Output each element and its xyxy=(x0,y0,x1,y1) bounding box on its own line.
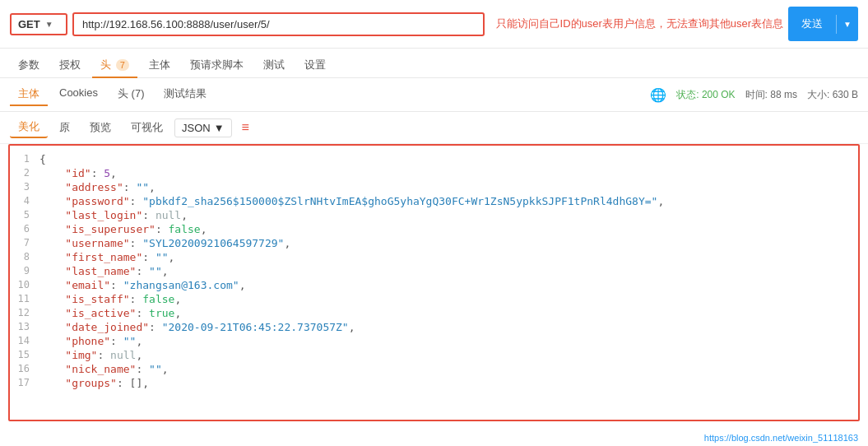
fmt-preview[interactable]: 预览 xyxy=(81,118,119,137)
size-text: 大小: 630 B xyxy=(807,88,858,102)
resp-tab-headers[interactable]: 头 (7) xyxy=(109,83,153,106)
response-meta: 🌐 状态: 200 OK 时间: 88 ms 大小: 630 B xyxy=(650,87,858,103)
send-arrow-icon: ▼ xyxy=(836,15,858,34)
resp-tab-body[interactable]: 主体 xyxy=(10,83,48,106)
format-bar: 美化 原 预览 可视化 JSON ▼ ≡ xyxy=(0,112,868,144)
json-dropdown[interactable]: JSON ▼ xyxy=(174,118,232,137)
headers-badge: 7 xyxy=(116,59,129,71)
footer-link[interactable]: https://blog.csdn.net/weixin_51118163 xyxy=(704,433,858,443)
json-line-17: 17 "groups": [], xyxy=(10,376,858,390)
tab-tests[interactable]: 测试 xyxy=(255,53,293,78)
json-line-13: 13 "date_joined": "2020-09-21T06:45:22.7… xyxy=(10,320,858,334)
send-button[interactable]: 发送 ▼ xyxy=(788,7,858,41)
method-arrow-icon: ▼ xyxy=(45,20,53,29)
json-line-4: 4 "password": "pbkdf2_sha256$150000$ZSlr… xyxy=(10,194,858,208)
footer: https://blog.csdn.net/weixin_51118163 xyxy=(0,430,868,446)
fmt-raw[interactable]: 原 xyxy=(51,118,78,137)
json-line-11: 11 "is_staff": false, xyxy=(10,292,858,306)
response-tabs-left: 主体 Cookies 头 (7) 测试结果 xyxy=(10,83,215,106)
status-text: 状态: 200 OK xyxy=(676,88,735,102)
response-tabs: 主体 Cookies 头 (7) 测试结果 🌐 状态: 200 OK 时间: 8… xyxy=(0,78,868,112)
json-line-8: 8 "first_name": "", xyxy=(10,250,858,264)
json-line-2: 2 "id": 5, xyxy=(10,166,858,180)
resp-tab-test-results[interactable]: 测试结果 xyxy=(155,83,215,106)
json-line-14: 14 "phone": "", xyxy=(10,334,858,348)
globe-icon[interactable]: 🌐 xyxy=(650,87,666,103)
resp-tab-cookies[interactable]: Cookies xyxy=(51,83,106,106)
tab-auth[interactable]: 授权 xyxy=(51,53,89,78)
toolbar: GET ▼ 只能访问自己ID的user表用户信息，无法查询其他user表信息 发… xyxy=(0,0,868,49)
json-line-12: 12 "is_active": true, xyxy=(10,306,858,320)
request-tabs: 参数 授权 头 7 主体 预请求脚本 测试 设置 xyxy=(0,49,868,78)
json-line-3: 3 "address": "", xyxy=(10,180,858,194)
json-line-5: 5 "last_login": null, xyxy=(10,208,858,222)
alert-text: 只能访问自己ID的user表用户信息，无法查询其他user表信息 xyxy=(496,16,784,31)
fmt-beautify[interactable]: 美化 xyxy=(10,117,48,138)
method-label: GET xyxy=(18,18,40,30)
tab-pre-request[interactable]: 预请求脚本 xyxy=(182,53,252,78)
dropdown-arrow-icon: ▼ xyxy=(214,122,225,134)
app-container: GET ▼ 只能访问自己ID的user表用户信息，无法查询其他user表信息 发… xyxy=(0,0,868,446)
json-line-1: 1 { xyxy=(10,152,858,166)
json-line-7: 7 "username": "SYL20200921064597729", xyxy=(10,236,858,250)
json-line-6: 6 "is_superuser": false, xyxy=(10,222,858,236)
json-line-10: 10 "email": "zhangsan@163.com", xyxy=(10,278,858,292)
method-selector[interactable]: GET ▼ xyxy=(10,13,67,35)
tab-headers[interactable]: 头 7 xyxy=(92,53,137,78)
send-label: 发送 xyxy=(788,12,836,36)
url-input[interactable] xyxy=(72,12,485,36)
json-line-9: 9 "last_name": "", xyxy=(10,264,858,278)
fmt-visualize[interactable]: 可视化 xyxy=(123,118,171,137)
tab-body[interactable]: 主体 xyxy=(141,53,179,78)
tab-settings[interactable]: 设置 xyxy=(296,53,334,78)
menu-icon[interactable]: ≡ xyxy=(242,120,249,135)
tab-params[interactable]: 参数 xyxy=(10,53,48,78)
time-text: 时间: 88 ms xyxy=(745,88,797,102)
json-line-16: 16 "nick_name": "", xyxy=(10,362,858,376)
json-line-15: 15 "img": null, xyxy=(10,348,858,362)
json-response-body: 1 { 2 "id": 5, 3 "address": "", 4 "passw… xyxy=(8,144,860,421)
